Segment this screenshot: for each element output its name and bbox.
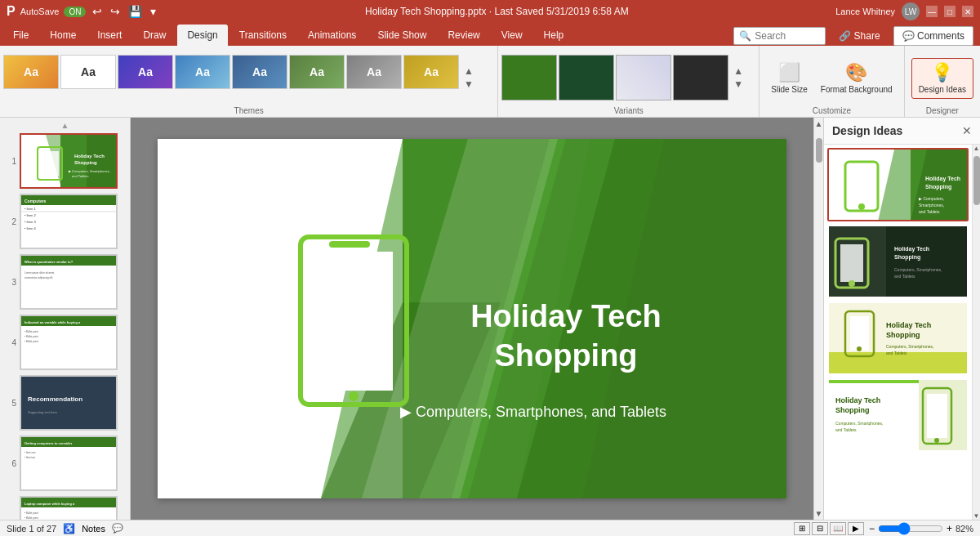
theme-2[interactable]: Aa: [60, 55, 116, 89]
maximize-button[interactable]: □: [944, 6, 956, 17]
design-ideas-button[interactable]: 💡 Design Ideas: [911, 58, 973, 99]
redo-button[interactable]: ↪: [109, 5, 122, 18]
variant-4[interactable]: [673, 55, 728, 100]
minimize-button[interactable]: —: [926, 6, 938, 17]
svg-text:• Bullet point: • Bullet point: [24, 340, 38, 343]
undo-button[interactable]: ↩: [91, 5, 104, 18]
ribbon-search-box[interactable]: 🔍: [733, 27, 826, 45]
slide-item-1[interactable]: 1 Holiday Tech Shopping ▶ Computers, Sma…: [3, 132, 127, 190]
view-buttons: ⊞ ⊟ 📖 ▶: [794, 522, 864, 535]
reading-view-button[interactable]: 📖: [830, 522, 846, 535]
theme-1[interactable]: Aa: [3, 55, 59, 89]
theme-7[interactable]: Aa: [346, 55, 402, 89]
format-background-button[interactable]: 🎨 Format Background: [816, 59, 898, 98]
design-panel-scrollbar[interactable]: ▲ ▼: [972, 145, 980, 520]
tab-draw[interactable]: Draw: [133, 25, 176, 46]
zoom-out-button[interactable]: −: [869, 523, 875, 534]
tab-review[interactable]: Review: [438, 25, 489, 46]
tab-file[interactable]: File: [3, 25, 38, 46]
slide-thumb-7[interactable]: Laptop computer while buying a • Bullet …: [20, 496, 118, 520]
theme-6[interactable]: Aa: [289, 55, 345, 89]
design-ideas-icon: 💡: [931, 62, 953, 83]
zoom-in-button[interactable]: +: [947, 523, 952, 534]
canvas-scroll-track: [816, 130, 822, 507]
quick-access-button[interactable]: ▾: [149, 5, 158, 18]
comments-status-button[interactable]: 💬: [112, 523, 123, 534]
tab-view[interactable]: View: [492, 25, 532, 46]
theme-3[interactable]: Aa: [118, 55, 173, 89]
search-icon: 🔍: [739, 30, 751, 42]
variants-scroll-up[interactable]: ▲: [732, 65, 745, 77]
autosave-badge[interactable]: ON: [64, 7, 86, 17]
theme-8[interactable]: Aa: [403, 55, 459, 89]
slides-scroll-up[interactable]: ▲: [3, 121, 127, 130]
variant-1[interactable]: [501, 55, 557, 100]
design-panel-scroll-up[interactable]: ▲: [973, 145, 980, 152]
slide-thumb-5[interactable]: Recommendation Supporting text here: [20, 375, 118, 431]
slide-num-7: 7: [5, 520, 16, 520]
variants-scroll-down[interactable]: ▼: [732, 78, 745, 90]
themes-scroll-down[interactable]: ▼: [462, 78, 475, 90]
slide-thumb-3[interactable]: What is quantitative similar to? Lorem i…: [20, 254, 118, 310]
slide-item-3[interactable]: 3 What is quantitative similar to? Lorem…: [3, 252, 127, 311]
canvas-scroll-thumb[interactable]: [816, 138, 822, 163]
slide-thumb-1[interactable]: Holiday Tech Shopping ▶ Computers, Smart…: [20, 133, 118, 189]
svg-rect-49: [314, 252, 393, 391]
slide-thumb-6[interactable]: Getting computers to consider • Item one…: [20, 436, 118, 491]
variants-label: Variants: [501, 106, 755, 117]
theme-5[interactable]: Aa: [232, 55, 287, 89]
designer-label: Designer: [926, 106, 959, 117]
design-idea-2[interactable]: Holiday Tech Shopping Computers, Smartph…: [827, 225, 969, 298]
svg-text:• Item 4: • Item 4: [24, 226, 36, 230]
variant-2[interactable]: [559, 55, 614, 100]
slide-size-button[interactable]: ⬜ Slide Size: [766, 59, 812, 98]
tab-animations[interactable]: Animations: [298, 25, 366, 46]
slide-item-5[interactable]: 5 Recommendation Supporting text here: [3, 373, 127, 432]
svg-rect-69: [840, 244, 863, 282]
tab-home[interactable]: Home: [40, 25, 86, 46]
slide-thumb-4[interactable]: Indicated an variable while buying a • B…: [20, 315, 118, 370]
svg-text:Shopping: Shopping: [835, 406, 870, 414]
save-button[interactable]: 💾: [127, 5, 144, 18]
slide-item-4[interactable]: 4 Indicated an variable while buying a •…: [3, 313, 127, 372]
svg-text:Holiday Tech: Holiday Tech: [470, 299, 662, 333]
normal-view-button[interactable]: ⊞: [794, 522, 810, 535]
tab-design[interactable]: Design: [177, 25, 227, 46]
search-input[interactable]: [755, 30, 820, 42]
svg-text:Shopping: Shopping: [894, 254, 920, 261]
design-panel-scroll-thumb[interactable]: [973, 156, 980, 205]
svg-text:and Tablets: and Tablets: [894, 274, 915, 279]
svg-text:consectetur adipiscing elit.: consectetur adipiscing elit.: [24, 276, 53, 279]
canvas-scroll-up[interactable]: ▲: [815, 118, 823, 130]
design-idea-1[interactable]: Holiday Tech Shopping ▶ Computers, Smart…: [827, 148, 969, 221]
design-panel-scroll-down[interactable]: ▼: [973, 512, 980, 520]
theme-4[interactable]: Aa: [175, 55, 230, 89]
tab-slideshow[interactable]: Slide Show: [368, 25, 436, 46]
notes-button[interactable]: Notes: [82, 524, 105, 534]
design-panel-close-button[interactable]: ✕: [962, 124, 972, 137]
share-button[interactable]: 🔗 Share: [831, 27, 888, 45]
themes-label: Themes: [3, 106, 494, 117]
slide-sorter-button[interactable]: ⊟: [812, 522, 828, 535]
slide-thumb-2[interactable]: Computers • Item 1 • Item 2 • Item 3 • I…: [20, 194, 118, 249]
canvas-scroll-down[interactable]: ▼: [815, 507, 823, 520]
zoom-slider[interactable]: [878, 522, 943, 535]
close-button[interactable]: ✕: [962, 6, 973, 17]
slide-num-4: 4: [5, 338, 16, 347]
slide-item-2[interactable]: 2 Computers • Item 1 • Item 2 • Item 3 •…: [3, 192, 127, 251]
tab-transitions[interactable]: Transitions: [229, 25, 296, 46]
svg-point-79: [857, 346, 862, 351]
tab-insert[interactable]: Insert: [87, 25, 131, 46]
tab-help[interactable]: Help: [534, 25, 574, 46]
slideshow-button[interactable]: ▶: [848, 522, 864, 535]
canvas-scrollbar[interactable]: ▲ ▼: [813, 118, 823, 520]
design-idea-3[interactable]: Holiday Tech Shopping Computers, Smartph…: [827, 302, 969, 375]
user-avatar[interactable]: LW: [902, 2, 920, 20]
design-idea-4[interactable]: Holiday Tech Shopping Computers, Smartph…: [827, 378, 969, 452]
themes-scroll-up[interactable]: ▲: [462, 65, 475, 77]
variant-3[interactable]: [616, 55, 671, 100]
svg-text:• Bullet point: • Bullet point: [24, 511, 38, 515]
slide-item-6[interactable]: 6 Getting computers to consider • Item o…: [3, 434, 127, 493]
slide-item-7[interactable]: 7 Laptop computer while buying a • Bulle…: [3, 494, 127, 520]
comments-button[interactable]: 💬 Comments: [893, 26, 973, 46]
